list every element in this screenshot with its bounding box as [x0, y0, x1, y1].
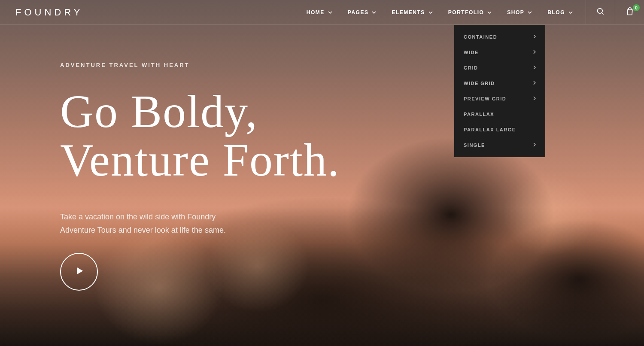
- dropdown-item-contained[interactable]: CONTAINED: [454, 29, 545, 45]
- nav-item-elements[interactable]: ELEMENTS: [392, 9, 432, 15]
- nav-item-label: SHOP: [507, 9, 524, 15]
- nav-item-label: PORTFOLIO: [448, 9, 484, 15]
- dropdown-item-label: WIDE GRID: [464, 81, 495, 86]
- dropdown-item-wide[interactable]: WIDE: [454, 45, 545, 60]
- play-video-button[interactable]: [60, 253, 98, 291]
- dropdown-item-label: PARALLAX: [464, 112, 494, 117]
- cart-button[interactable]: 0: [615, 0, 644, 24]
- dropdown-item-wide-grid[interactable]: WIDE GRID: [454, 76, 545, 91]
- chevron-right-icon: [533, 65, 536, 70]
- nav-item-label: ELEMENTS: [392, 9, 425, 15]
- chevron-down-icon: [372, 10, 376, 15]
- hero-title: Go Boldy, Venture Forth.: [60, 87, 644, 185]
- chevron-down-icon: [528, 10, 532, 15]
- search-button[interactable]: [586, 0, 615, 24]
- nav-item-label: PAGES: [348, 9, 369, 15]
- portfolio-dropdown: CONTAINEDWIDEGRIDWIDE GRIDPREVIEW GRIDPA…: [454, 25, 545, 157]
- hero-content: ADVENTURE TRAVEL WITH HEART Go Boldy, Ve…: [0, 25, 644, 291]
- dropdown-item-parallax-large[interactable]: PARALLAX LARGE: [454, 122, 545, 137]
- dropdown-item-label: GRID: [464, 65, 478, 70]
- svg-marker-2: [77, 267, 83, 274]
- hero-eyebrow: ADVENTURE TRAVEL WITH HEART: [60, 62, 644, 68]
- nav-item-blog[interactable]: BLOG: [547, 9, 573, 15]
- hero-subtitle: Take a vacation on the wild side with Fo…: [60, 210, 266, 237]
- cart-badge: 0: [633, 4, 640, 11]
- chevron-down-icon: [328, 10, 332, 15]
- nav-item-label: HOME: [307, 9, 325, 15]
- nav-item-label: BLOG: [547, 9, 565, 15]
- dropdown-item-grid[interactable]: GRID: [454, 60, 545, 76]
- nav-item-home[interactable]: HOME: [307, 9, 332, 15]
- chevron-right-icon: [533, 81, 536, 86]
- logo[interactable]: FOUNDRY: [15, 7, 83, 18]
- dropdown-item-label: SINGLE: [464, 143, 485, 148]
- dropdown-item-single[interactable]: SINGLE: [454, 137, 545, 153]
- chevron-down-icon: [428, 10, 433, 15]
- dropdown-item-parallax[interactable]: PARALLAX: [454, 106, 545, 122]
- chevron-right-icon: [533, 50, 536, 55]
- search-icon: [596, 7, 605, 18]
- nav-right: HOMEPAGESELEMENTSPORTFOLIOSHOPBLOG 0: [307, 0, 644, 24]
- dropdown-item-label: PARALLAX LARGE: [464, 127, 516, 132]
- nav-menu: HOMEPAGESELEMENTSPORTFOLIOSHOPBLOG: [307, 0, 586, 24]
- svg-line-1: [601, 12, 603, 14]
- play-icon: [74, 267, 84, 277]
- chevron-down-icon: [487, 10, 492, 15]
- nav-item-shop[interactable]: SHOP: [507, 9, 532, 15]
- dropdown-item-label: CONTAINED: [464, 34, 497, 39]
- dropdown-item-label: PREVIEW GRID: [464, 96, 506, 101]
- chevron-right-icon: [533, 96, 536, 101]
- nav-item-pages[interactable]: PAGES: [348, 9, 377, 15]
- nav-item-portfolio[interactable]: PORTFOLIO: [448, 9, 492, 15]
- dropdown-item-preview-grid[interactable]: PREVIEW GRID: [454, 91, 545, 106]
- chevron-down-icon: [568, 10, 573, 15]
- dropdown-item-label: WIDE: [464, 50, 479, 55]
- svg-point-0: [597, 8, 602, 13]
- main-header: FOUNDRY HOMEPAGESELEMENTSPORTFOLIOSHOPBL…: [0, 0, 644, 25]
- chevron-right-icon: [533, 143, 536, 148]
- chevron-right-icon: [533, 34, 536, 39]
